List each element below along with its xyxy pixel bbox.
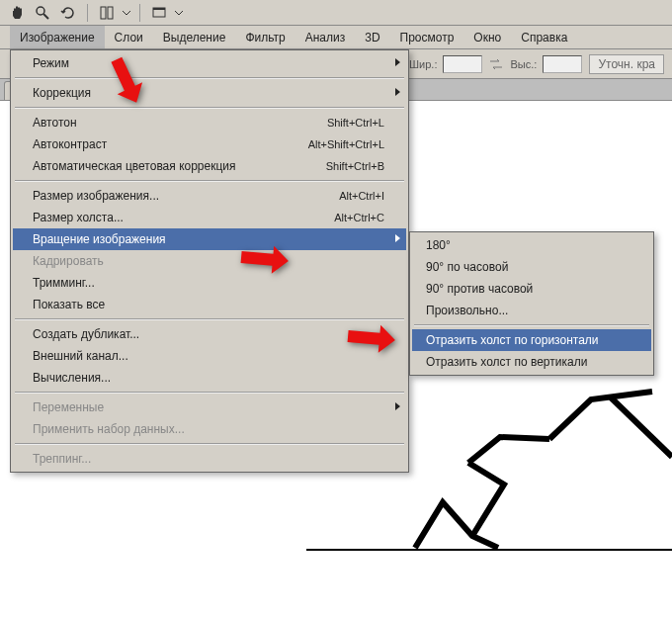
menu-item[interactable]: Произвольно... [412,300,651,321]
menubar-item-layers[interactable]: Слои [105,26,153,48]
menu-separator [414,324,649,326]
menubar-label: Просмотр [400,31,455,44]
menubar-label: Выделение [163,31,226,44]
menubar-item-help[interactable]: Справка [511,26,577,48]
menu-item-label: 180° [426,238,451,252]
menu-item-label: Произвольно... [426,304,508,317]
menu-item[interactable]: Размер холста...Alt+Ctrl+C [13,207,406,228]
menu-item[interactable]: 180° [412,234,651,256]
rotate-icon[interactable] [57,2,79,24]
menu-separator [15,443,404,445]
menu-item-label: Размер холста... [33,211,124,224]
screen-mode-icon[interactable] [148,2,170,24]
menu-item-label: Автоматическая цветовая коррекция [33,159,236,173]
refine-edge-button[interactable]: Уточн. кра [589,54,664,74]
menubar-label: Изображение [20,31,95,44]
menu-item-label: 90° по часовой [426,260,508,274]
svg-point-0 [37,7,44,15]
menubar-item-view[interactable]: Просмотр [390,26,464,48]
menubar-item-select[interactable]: Выделение [153,26,236,48]
submenu-arrow-icon [395,402,400,410]
menu-item[interactable]: 90° по часовой [412,256,651,278]
menubar: Изображение Слои Выделение Фильтр Анализ… [0,26,672,49]
toolbar-separator [87,4,88,22]
menu-item[interactable]: Отразить холст по горизонтали [412,329,651,351]
menu-item[interactable]: Тримминг... [13,272,406,294]
width-label: Шир.: [409,58,437,70]
menu-item-label: Коррекция [33,86,91,100]
menubar-item-filter[interactable]: Фильтр [235,26,294,48]
svg-line-1 [43,14,48,19]
rotation-submenu: 180°90° по часовой90° против часовойПрои… [409,231,654,376]
menu-item[interactable]: АвтотонShift+Ctrl+L [13,112,406,133]
menu-separator [15,392,404,394]
menu-item-label: Внешний канал... [33,349,128,363]
chevron-down-icon[interactable] [174,2,184,24]
height-label: Выс.: [510,58,537,70]
menubar-label: Фильтр [245,31,285,44]
width-field[interactable] [443,55,482,73]
zoom-icon[interactable] [32,2,53,24]
menubar-label: Слои [115,31,143,44]
swap-icon[interactable] [488,56,504,72]
menubar-label: Справка [521,31,567,44]
height-field[interactable] [543,55,582,73]
menu-item-label: Отразить холст по горизонтали [426,333,599,347]
menu-shortcut: Shift+Ctrl+L [327,117,384,129]
menu-item-label: Автоконтраст [33,137,107,151]
submenu-arrow-icon [395,234,400,242]
menu-separator [15,180,404,182]
menu-item-label: Показать все [33,298,105,311]
menubar-item-window[interactable]: Окно [463,26,511,48]
menu-item[interactable]: Коррекция [13,82,406,104]
menu-item-label: 90° против часовой [426,282,533,296]
menubar-item-3d[interactable]: 3D [355,26,389,48]
menu-item-label: Автотон [33,116,77,130]
annotation-arrow [99,53,154,109]
menu-item: Переменные [13,397,406,418]
menu-item-label: Треппинг... [33,452,91,466]
menu-item: Применить набор данных... [13,418,406,440]
menu-item[interactable]: Отразить холст по вертикали [412,351,651,373]
menu-item[interactable]: Вычисления... [13,367,406,389]
button-label: Уточн. кра [598,57,655,71]
menu-shortcut: Alt+Ctrl+C [334,212,384,223]
menu-separator [15,77,404,79]
menu-shortcut: Shift+Ctrl+B [326,160,384,172]
chevron-down-icon[interactable] [122,2,131,24]
menu-item-label: Создать дубликат... [33,327,139,341]
menubar-label: Окно [473,31,501,44]
menu-item[interactable]: Режим [13,52,406,74]
svg-marker-10 [347,322,396,354]
menu-item-label: Вычисления... [33,371,111,385]
menu-item[interactable]: АвтоконтрастAlt+Shift+Ctrl+L [13,133,406,155]
menu-item[interactable]: Вращение изображения [13,228,406,250]
toolbar-separator [139,4,140,22]
menu-item-label: Размер изображения... [33,189,159,203]
menu-item-label: Переменные [33,400,104,414]
menu-item[interactable]: 90° против часовой [412,278,651,300]
svg-rect-5 [153,8,165,10]
image-menu: РежимКоррекцияАвтотонShift+Ctrl+LАвтокон… [10,49,409,473]
menu-item[interactable]: Автоматическая цветовая коррекцияShift+C… [13,155,406,177]
menu-item: Кадрировать [13,250,406,272]
svg-marker-8 [104,53,149,108]
menubar-item-analysis[interactable]: Анализ [295,26,356,48]
annotation-arrow [344,310,399,366]
menu-item-label: Отразить холст по вертикали [426,355,587,369]
submenu-arrow-icon [395,58,400,66]
menu-shortcut: Alt+Ctrl+I [339,190,384,202]
menu-item-label: Вращение изображения [33,232,166,246]
arrange-icon[interactable] [96,2,118,24]
menubar-item-image[interactable]: Изображение [10,26,105,48]
menu-item-label: Применить набор данных... [33,422,185,436]
submenu-arrow-icon [395,88,400,96]
menubar-label: 3D [365,31,379,44]
menu-item[interactable]: Размер изображения...Alt+Ctrl+I [13,185,406,207]
svg-rect-2 [101,7,106,19]
menu-shortcut: Alt+Shift+Ctrl+L [308,138,384,150]
svg-marker-9 [240,243,290,275]
menu-item-label: Режим [33,56,69,70]
hand-icon[interactable] [6,2,28,24]
annotation-arrow [237,231,293,287]
